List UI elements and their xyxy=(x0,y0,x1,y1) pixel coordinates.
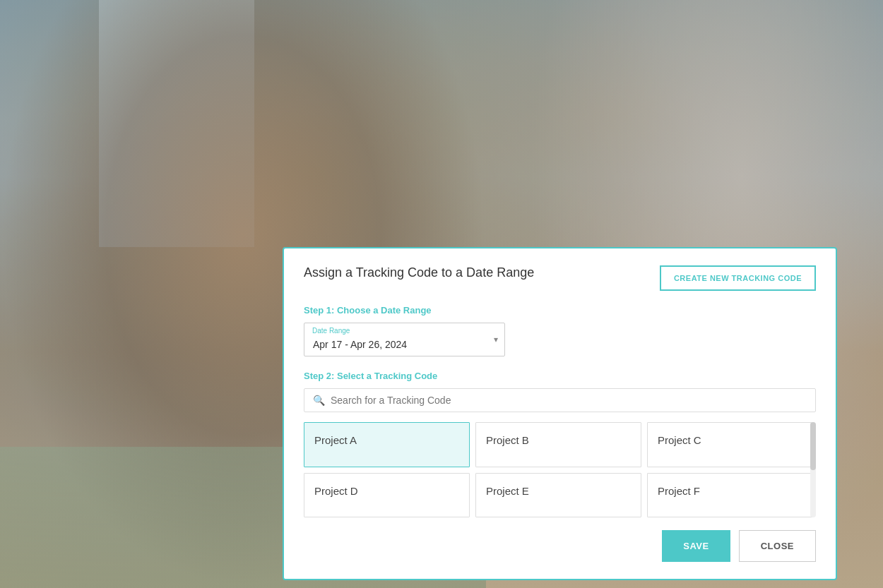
step1-text: Choose a Date Range xyxy=(334,305,431,316)
step1-label: Step 1: Choose a Date Range xyxy=(304,305,816,316)
project-item-f[interactable]: Project F xyxy=(647,473,813,518)
scrollbar-thumb[interactable] xyxy=(810,422,816,470)
modal-footer: SAVE CLOSE xyxy=(304,530,816,562)
date-range-select[interactable]: Apr 17 - Apr 26, 2024 xyxy=(304,323,505,356)
modal-header: Assign a Tracking Code to a Date Range C… xyxy=(304,265,816,291)
search-icon: 🔍 xyxy=(313,395,325,406)
create-tracking-code-button[interactable]: CREATE NEW TRACKING CODE xyxy=(660,265,816,291)
project-item-d[interactable]: Project D xyxy=(304,473,470,518)
modal-dialog: Assign a Tracking Code to a Date Range C… xyxy=(283,247,837,580)
project-item-e[interactable]: Project E xyxy=(475,473,641,518)
projects-grid-wrapper: Project A Project B Project C Project D … xyxy=(304,422,816,517)
date-range-container: Date Range Apr 17 - Apr 26, 2024 ▾ xyxy=(304,323,505,356)
projects-grid: Project A Project B Project C Project D … xyxy=(304,422,816,517)
step2-prefix: Step 2: xyxy=(304,371,334,381)
save-button[interactable]: SAVE xyxy=(662,530,730,562)
step2-text: Select a Tracking Code xyxy=(334,371,437,381)
step1-prefix: Step 1: xyxy=(304,305,334,316)
project-item-b[interactable]: Project B xyxy=(475,422,641,467)
project-item-c[interactable]: Project C xyxy=(647,422,813,467)
search-input[interactable] xyxy=(331,395,807,406)
close-button[interactable]: CLOSE xyxy=(739,530,816,562)
scrollbar-track xyxy=(810,422,816,517)
search-box: 🔍 xyxy=(304,388,816,412)
modal-title: Assign a Tracking Code to a Date Range xyxy=(304,265,534,280)
project-item-a[interactable]: Project A xyxy=(304,422,470,467)
step2-label: Step 2: Select a Tracking Code xyxy=(304,371,816,381)
